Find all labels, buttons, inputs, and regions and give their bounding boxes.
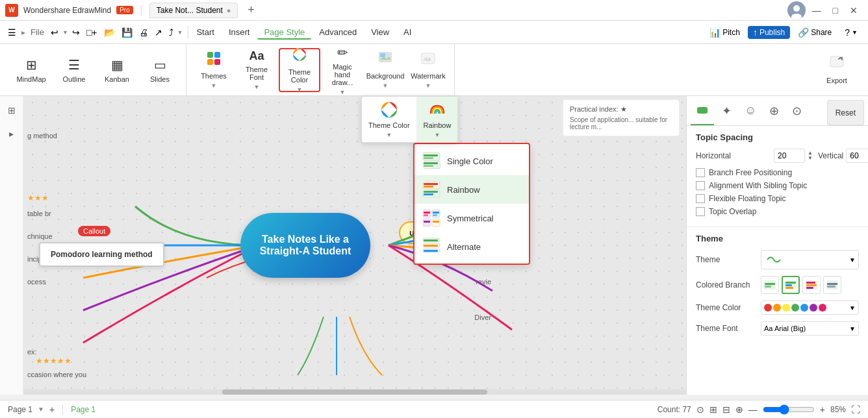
- theme-font-arrow: ▼: [254, 84, 260, 90]
- h-spin-down[interactable]: ▼: [808, 156, 813, 161]
- menu-insert[interactable]: Insert: [222, 25, 257, 40]
- cb-btn-1[interactable]: [761, 276, 779, 294]
- horizontal-input[interactable]: [774, 149, 805, 163]
- vertical-input[interactable]: [846, 149, 868, 163]
- zoom-in-button[interactable]: +: [820, 404, 825, 415]
- theme-color-button[interactable]: Theme Color ▼: [279, 48, 320, 92]
- themes-button[interactable]: Themes ▼: [193, 48, 235, 92]
- rainbow-item[interactable]: Rainbow ▼: [417, 97, 458, 142]
- rp-tab-shield[interactable]: ⊕: [764, 100, 784, 125]
- theme-font-select[interactable]: Aa Arial (Big) ▼: [761, 321, 859, 336]
- cb-btn-4[interactable]: [823, 276, 841, 294]
- file-menu-label[interactable]: File: [28, 26, 47, 38]
- help-button[interactable]: ? ▼: [839, 26, 863, 39]
- fit-icon[interactable]: ⊞: [709, 404, 717, 415]
- svg-rect-34: [424, 162, 438, 164]
- mindmap-button[interactable]: ⊞ MindMap: [10, 48, 52, 92]
- zoom-out-button[interactable]: —: [748, 404, 758, 415]
- new-file-icon[interactable]: □+: [84, 26, 100, 39]
- minimize-button[interactable]: —: [807, 5, 826, 16]
- theme-color-item-label: Theme Color: [368, 121, 410, 129]
- left-tool-1[interactable]: ⊞: [3, 101, 21, 119]
- alignment-checkbox[interactable]: [696, 181, 705, 190]
- expand-icon[interactable]: ▸: [20, 27, 27, 38]
- rp-tab-smiley[interactable]: ☺: [739, 100, 761, 125]
- page-arrow[interactable]: ▼: [38, 406, 44, 413]
- theme-font-button[interactable]: Aa Theme Font ▼: [236, 48, 277, 92]
- svg-rect-3: [207, 52, 213, 58]
- share-icon[interactable]: ⤴: [166, 26, 176, 39]
- menu-ai[interactable]: AI: [397, 25, 418, 40]
- pitch-button[interactable]: 📊 Pitch: [704, 26, 745, 39]
- branch-free-checkbox[interactable]: [696, 168, 705, 177]
- reset-button[interactable]: Reset: [827, 100, 864, 125]
- export-toolbar-button[interactable]: Export: [816, 48, 858, 92]
- more-arrow[interactable]: ▼: [177, 29, 183, 36]
- kanban-button[interactable]: ▦ Kanban: [96, 48, 138, 92]
- map-icon[interactable]: ⊙: [696, 404, 704, 415]
- rainbow-color-item[interactable]: Rainbow: [415, 175, 529, 204]
- svg-rect-23: [806, 282, 815, 284]
- maximize-button[interactable]: □: [828, 5, 843, 16]
- redo-button[interactable]: ↪: [70, 26, 83, 39]
- central-node[interactable]: Take Notes Like a Straight-A Student: [240, 213, 370, 278]
- kanban-label: Kanban: [105, 75, 129, 83]
- zoom-level: 85%: [830, 405, 846, 414]
- svg-rect-20: [785, 284, 792, 286]
- fullscreen-icon[interactable]: ⊕: [735, 404, 743, 415]
- theme-section-title: Theme: [696, 234, 859, 243]
- rp-tab-sparkle[interactable]: ✦: [717, 100, 737, 125]
- left-tool-2[interactable]: ▸: [3, 125, 21, 143]
- canvas-area[interactable]: ⊞ ▸ g method ★★★: [0, 96, 686, 395]
- open-folder-icon[interactable]: 📂: [101, 26, 118, 39]
- undo-button[interactable]: ↩: [48, 26, 61, 39]
- add-page-button[interactable]: +: [49, 404, 55, 415]
- menu-advanced[interactable]: Advanced: [313, 25, 363, 40]
- share-menu-button[interactable]: 🔗 Share: [793, 26, 837, 39]
- single-color-item[interactable]: Single Color: [415, 147, 529, 175]
- zoom-slider[interactable]: [763, 404, 815, 415]
- theme-color-item[interactable]: Theme Color ▼: [362, 97, 417, 142]
- outline-button[interactable]: ☰ Outline: [53, 48, 95, 92]
- publish-button[interactable]: ↑ Publish: [748, 26, 790, 39]
- pro-badge: Pro: [116, 6, 133, 14]
- export-icon[interactable]: ↗: [152, 26, 165, 39]
- theme-color-select[interactable]: ▼: [761, 301, 859, 315]
- overlap-checkbox[interactable]: [696, 207, 705, 216]
- pomodoro-node[interactable]: Pomodoro learning method: [39, 242, 164, 267]
- print-icon[interactable]: 🖨: [136, 26, 151, 39]
- theme-select[interactable]: ▼: [761, 250, 859, 269]
- theme-color-row: Theme Color ▼: [696, 301, 859, 315]
- theme-font-arrow: ▼: [849, 325, 856, 332]
- cb-btn-2[interactable]: [782, 276, 800, 294]
- menu-start[interactable]: Start: [190, 25, 220, 40]
- rp-tab-clock[interactable]: ⊙: [787, 100, 807, 125]
- tab-close-icon[interactable]: ●: [227, 6, 231, 14]
- share-menu-label: Share: [811, 28, 832, 37]
- tc-dot-7: [819, 304, 826, 312]
- flexible-checkbox[interactable]: [696, 194, 705, 203]
- central-node-text: Take Notes Like a Straight-A Student: [240, 234, 370, 257]
- slides-button[interactable]: ▭ Slides: [139, 48, 181, 92]
- grid-icon[interactable]: ⊟: [722, 404, 730, 415]
- menu-page-style[interactable]: Page Style: [257, 25, 311, 40]
- magic-draw-button[interactable]: ✏ Magic hand draw... ▼: [322, 48, 363, 92]
- fit-screen-icon[interactable]: ⛶: [851, 404, 860, 415]
- rp-tab-topic[interactable]: [691, 100, 714, 125]
- close-button[interactable]: ✕: [845, 5, 863, 16]
- user-avatar[interactable]: [787, 1, 806, 19]
- background-label: Background: [366, 72, 405, 80]
- status-bar: Page 1 ▼ + Page 1 Count: 77 ⊙ ⊞ ⊟ ⊕ — + …: [0, 400, 868, 418]
- sidebar-toggle-icon[interactable]: ☰: [5, 26, 19, 39]
- save-icon[interactable]: 💾: [119, 26, 135, 39]
- background-button[interactable]: Background ▼: [364, 48, 406, 92]
- menu-view[interactable]: View: [364, 25, 396, 40]
- add-tab-button[interactable]: +: [243, 3, 259, 18]
- alternate-color-item[interactable]: Alternate: [415, 232, 529, 261]
- publish-label: Publish: [760, 28, 785, 37]
- active-page-name[interactable]: Page 1: [71, 405, 96, 414]
- watermark-button[interactable]: Aa Watermark ▼: [407, 48, 449, 92]
- symmetrical-color-item[interactable]: Symmetrical: [415, 204, 529, 232]
- active-tab[interactable]: Take Not... Student ●: [149, 3, 238, 18]
- cb-btn-3[interactable]: [802, 276, 821, 294]
